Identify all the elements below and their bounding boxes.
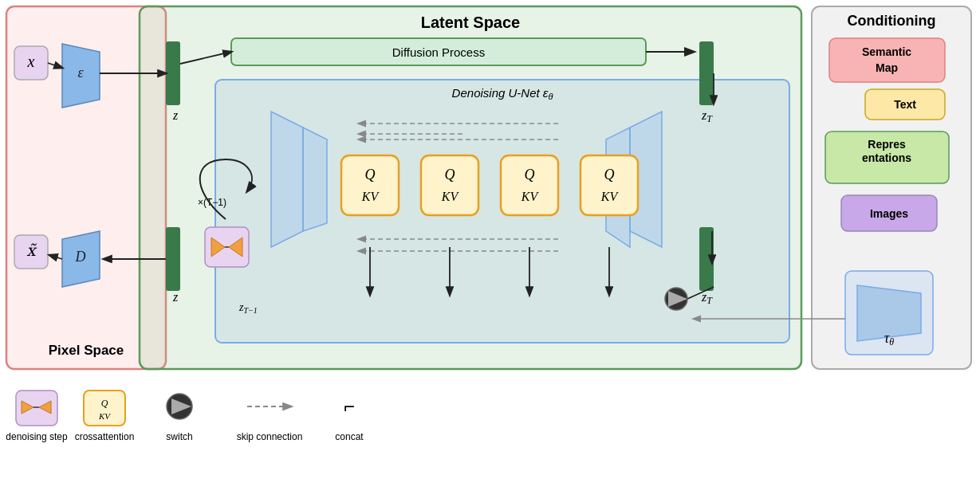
green-bar-1: [166, 41, 180, 105]
unet-label: Denoising U-Net εθ: [452, 86, 553, 101]
z-label-2: z: [172, 290, 179, 304]
qkv-block-1: [341, 155, 399, 215]
pixel-space-label: Pixel Space: [49, 343, 124, 358]
qkv-kv-3: KV: [521, 190, 540, 203]
decoder-label: D: [75, 249, 86, 265]
qkv-block-4: [581, 155, 638, 215]
cond-images-text: Images: [870, 207, 908, 220]
unet-enc2: [303, 128, 327, 231]
legend-skip-label: skip connection: [237, 431, 303, 442]
conditioning-label: Conditioning: [848, 13, 936, 29]
green-bar-2: [166, 227, 180, 291]
legend-concat-label: concat: [335, 431, 364, 442]
legend-switch-label: switch: [166, 431, 192, 442]
z-label-1: z: [172, 108, 179, 122]
legend-crossattn-label: crossattention: [75, 431, 135, 442]
cond-semantic-text: Semantic: [862, 45, 911, 58]
qkv-block-2: [421, 155, 478, 215]
qkv-q-2: Q: [445, 167, 455, 183]
legend-crossattn-q: Q: [101, 398, 108, 409]
qkv-kv-2: KV: [441, 190, 460, 203]
cond-text-text: Text: [894, 98, 916, 111]
qkv-q-4: Q: [604, 167, 615, 183]
encoder-label: ε: [77, 65, 84, 80]
qkv-block-3: [501, 155, 558, 215]
green-bar-3: [699, 41, 714, 105]
cond-repres-text2: entations: [862, 151, 911, 164]
qkv-kv-1: KV: [361, 190, 380, 203]
legend-denoise-label: denoising step: [6, 431, 68, 442]
qkv-kv-4: KV: [600, 190, 620, 203]
legend-crossattn-kv: KV: [98, 411, 111, 421]
x-label: x: [27, 53, 35, 70]
qkv-q-3: Q: [525, 167, 535, 183]
cond-semantic-text2: Map: [876, 61, 898, 74]
qkv-q-1: Q: [365, 167, 376, 183]
latent-space-label: Latent Space: [421, 14, 520, 31]
cond-repres-text: Repres: [868, 138, 906, 151]
unet-enc1: [271, 112, 303, 247]
legend-concat-symbol: ⌐: [344, 395, 355, 417]
diffusion-label: Diffusion Process: [392, 45, 485, 59]
